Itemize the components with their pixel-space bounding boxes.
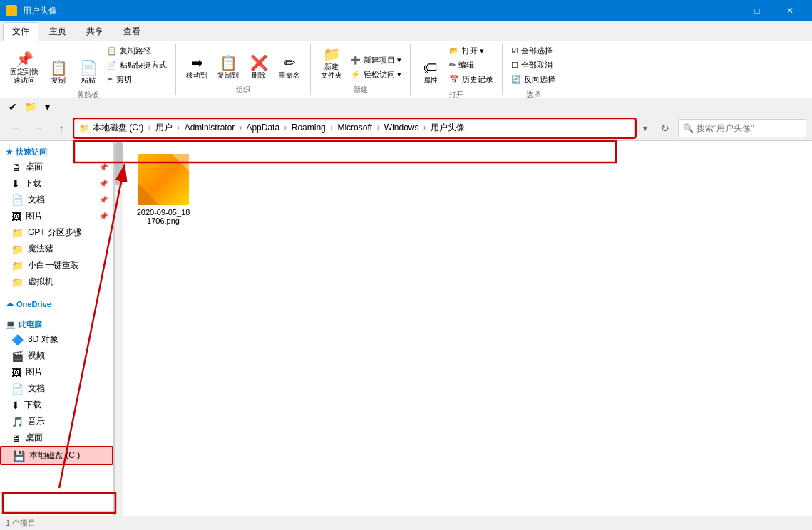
file-item-png[interactable]: 2020-09-05_181706.png — [131, 150, 195, 229]
sidebar-item-local-disk[interactable]: 💾 本地磁盘 (C:) — [0, 446, 113, 465]
organize-group-label: 组织 — [182, 83, 304, 95]
sidebar-item-music[interactable]: 🎵 音乐 — [0, 413, 113, 430]
pin-icon: 📌 — [16, 52, 34, 66]
sidebar: ★ 快速访问 🖥 桌面 📌 ⬇ 下载 📌 📄 文档 📌 🖼 图片 � — [0, 141, 114, 516]
sidebar-item-pictures2[interactable]: 🖼 图片 — [0, 364, 113, 380]
3d-objects-icon: 🔷 — [11, 334, 24, 345]
open-group-label: 打开 — [416, 88, 496, 100]
downloads-icon: ⬇ — [11, 178, 20, 189]
sidebar-item-documents[interactable]: 📄 文档 📌 — [0, 192, 113, 208]
search-icon: 🔍 — [683, 123, 694, 133]
invert-selection-icon: 🔄 — [511, 75, 521, 84]
restore-icon: 📁 — [11, 260, 24, 271]
ribbon-group-open: 🏷 属性 📂 打开 ▾ ✏ 编辑 📅 历史记录 — [416, 44, 503, 95]
local-disk-icon: 💾 — [13, 450, 25, 462]
copy-icon: 📋 — [50, 61, 68, 75]
desktop2-icon: 🖥 — [11, 432, 21, 444]
pin-to-quick-access-button[interactable]: 📌 固定到快速访问 — [6, 51, 43, 86]
cut-button[interactable]: ✂ 剪切 — [104, 73, 170, 86]
sidebar-item-magic-pig[interactable]: 📁 魔法猪 — [0, 241, 113, 257]
new-item-button[interactable]: ➕ 新建项目 ▾ — [348, 53, 404, 67]
select-group-label: 选择 — [508, 88, 558, 100]
edit-button[interactable]: ✏ 编辑 — [446, 58, 496, 72]
select-all-button[interactable]: ☑ 全部选择 — [508, 44, 558, 58]
window-title: 用户头像 — [23, 5, 57, 17]
sidebar-item-documents2[interactable]: 📄 文档 — [0, 380, 113, 397]
sidebar-item-pictures[interactable]: 🖼 图片 📌 — [0, 208, 113, 224]
qat-folder[interactable]: 📁 — [23, 100, 37, 114]
paste-button[interactable]: 📄 粘贴 — [74, 59, 103, 86]
sidebar-scroll-thumb[interactable] — [115, 142, 123, 185]
history-button[interactable]: 📅 历史记录 — [446, 73, 496, 86]
move-to-button[interactable]: ➡ 移动到 — [182, 54, 212, 81]
breadcrumb-expand[interactable]: ▾ — [638, 119, 652, 137]
star-icon: ★ — [6, 147, 13, 157]
invert-selection-button[interactable]: 🔄 反向选择 — [508, 73, 558, 86]
open-button[interactable]: 📂 打开 ▾ — [446, 44, 496, 58]
video-icon: 🎬 — [11, 350, 24, 362]
rename-button[interactable]: ✏ 重命名 — [274, 54, 304, 81]
maximize-button[interactable]: □ — [741, 0, 774, 21]
breadcrumb-bar[interactable]: 📁 本地磁盘 (C:) › 用户 › Administrator › AppDa… — [74, 119, 635, 137]
tab-home[interactable]: 主页 — [40, 22, 76, 41]
tab-share[interactable]: 共享 — [77, 22, 113, 41]
ribbon-group-select: ☑ 全部选择 ☐ 全部取消 🔄 反向选择 选择 — [508, 44, 564, 95]
copy-button[interactable]: 📋 复制 — [44, 59, 73, 86]
sidebar-scrollbar[interactable] — [114, 141, 123, 516]
status-text: 1 个项目 — [6, 518, 36, 529]
ribbon-tabs: 文件 主页 共享 查看 — [0, 21, 812, 41]
close-button[interactable]: ✕ — [774, 0, 806, 21]
refresh-button[interactable]: ↻ — [655, 118, 675, 138]
select-none-button[interactable]: ☐ 全部取消 — [508, 58, 558, 72]
tab-view[interactable]: 查看 — [114, 22, 150, 41]
sidebar-item-gpt[interactable]: 📁 GPT 分区步骤 — [0, 224, 113, 241]
status-bar: 1 个项目 — [0, 516, 812, 530]
pictures2-icon: 🖼 — [11, 367, 21, 378]
cloud-icon: ☁ — [6, 299, 14, 308]
sidebar-divider-2 — [0, 313, 113, 313]
sidebar-item-vm[interactable]: 📁 虚拟机 — [0, 274, 113, 290]
sidebar-item-3d-objects[interactable]: 🔷 3D 对象 — [0, 331, 113, 348]
window-controls: ─ □ ✕ — [708, 0, 806, 21]
delete-icon: ❌ — [250, 56, 268, 70]
pictures-icon: 🖼 — [11, 211, 21, 222]
copy-path-button[interactable]: 📋 复制路径 — [104, 44, 170, 58]
sidebar-divider-1 — [0, 293, 113, 293]
properties-button[interactable]: 🏷 属性 — [416, 59, 445, 86]
quick-access-toolbar: ✔ 📁 ▾ — [0, 98, 812, 115]
edit-icon: ✏ — [449, 61, 456, 70]
forward-button[interactable]: → — [29, 118, 48, 138]
back-button[interactable]: ← — [6, 118, 26, 138]
copy-to-button[interactable]: 📋 复制到 — [213, 54, 243, 81]
folder-icon: 📁 — [79, 123, 90, 133]
new-item-icon: ➕ — [351, 56, 361, 65]
easy-access-icon: ⚡ — [351, 70, 361, 79]
breadcrumb-path: 本地磁盘 (C:) › 用户 › Administrator › AppData… — [93, 122, 465, 134]
sidebar-item-downloads[interactable]: ⬇ 下载 📌 — [0, 175, 113, 192]
qat-dropdown[interactable]: ▾ — [40, 100, 54, 114]
ribbon-group-new: 📁 新建文件夹 ➕ 新建项目 ▾ ⚡ 轻松访问 ▾ 新建 — [317, 44, 411, 95]
address-bar: ← → ↑ 📁 本地磁盘 (C:) › 用户 › Administrator ›… — [0, 115, 812, 141]
minimize-button[interactable]: ─ — [708, 0, 741, 21]
new-folder-icon: 📁 — [323, 47, 341, 61]
sidebar-item-restore[interactable]: 📁 小白一键重装 — [0, 257, 113, 274]
desktop-icon: 🖥 — [11, 162, 21, 173]
sidebar-item-desktop2[interactable]: 🖥 桌面 — [0, 430, 113, 446]
main-area: ★ 快速访问 🖥 桌面 📌 ⬇ 下载 📌 📄 文档 📌 🖼 图片 � — [0, 141, 812, 516]
tab-file[interactable]: 文件 — [3, 22, 38, 41]
documents-icon: 📄 — [11, 194, 24, 206]
sidebar-item-desktop[interactable]: 🖥 桌面 📌 — [0, 159, 113, 175]
copy-to-icon: 📋 — [220, 56, 237, 70]
title-bar: 用户头像 ─ □ ✕ — [0, 0, 812, 21]
easy-access-button[interactable]: ⚡ 轻松访问 ▾ — [348, 68, 404, 81]
delete-button[interactable]: ❌ 删除 — [245, 54, 273, 81]
sidebar-item-downloads2[interactable]: ⬇ 下载 — [0, 397, 113, 413]
window-icon — [6, 5, 17, 16]
new-folder-button[interactable]: 📁 新建文件夹 — [317, 46, 346, 81]
qat-checkmark[interactable]: ✔ — [6, 100, 20, 114]
quick-access-label: ★ 快速访问 — [0, 144, 113, 159]
paste-shortcut-button[interactable]: 📄 粘贴快捷方式 — [104, 58, 170, 72]
up-button[interactable]: ↑ — [51, 118, 71, 138]
search-input[interactable] — [697, 123, 803, 133]
sidebar-item-video[interactable]: 🎬 视频 — [0, 348, 113, 364]
